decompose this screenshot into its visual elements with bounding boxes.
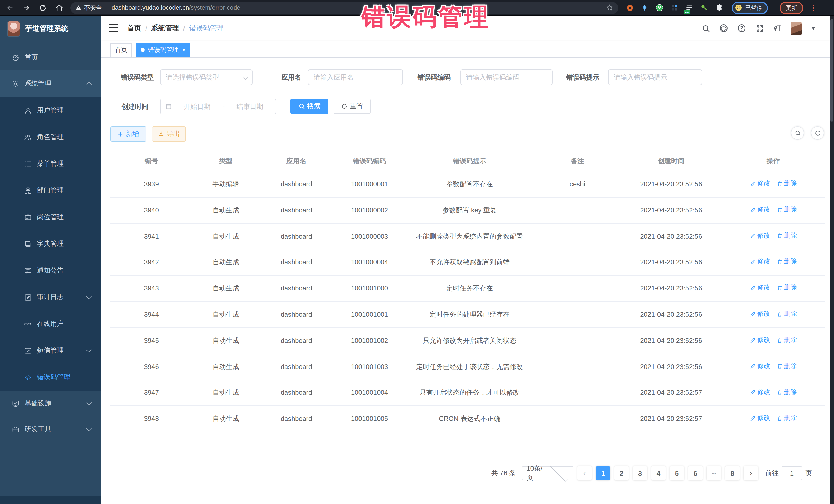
sidebar-item-infrastructure[interactable]: 基础设施 [0,391,101,416]
show-search-toggle-button[interactable] [791,126,804,139]
reset-button[interactable]: 重置 [334,98,371,114]
help-icon[interactable] [737,24,746,33]
close-icon[interactable]: × [182,47,186,53]
browser-reload-icon[interactable] [39,4,47,12]
address-bar[interactable]: 不安全 dashboard.yudao.iocoder.cn/system/er… [70,2,618,14]
filter-code-input[interactable] [460,69,553,85]
filter-msg-input[interactable] [608,69,702,85]
page-button-5[interactable]: 5 [670,466,684,480]
extension-orange-icon[interactable] [626,4,634,12]
date-range-picker[interactable]: 开始日期 - 结束日期 [160,98,276,114]
edit-link[interactable]: 修改 [750,257,770,267]
sidebar-item-notice-announcement[interactable]: 通知公告 [0,257,101,284]
sidebar-item-post-management[interactable]: 岗位管理 [0,204,101,231]
extension-grid-icon[interactable] [670,4,679,12]
table-row: 3947自动生成dashboard1001001004只有开启状态的任务，才可以… [110,380,825,406]
page-size-select[interactable]: 10条/页 [522,466,573,480]
browser-profile-chip[interactable]: 已暂停 [732,1,768,14]
row-type: 自动生成 [193,197,259,223]
browser-home-icon[interactable] [56,4,63,12]
sidebar-item-menu-management[interactable]: 菜单管理 [0,150,101,177]
logo-row[interactable]: 芋道管理系统 [0,16,101,42]
delete-link[interactable]: 删除 [776,283,797,293]
goto-page-input[interactable] [782,466,802,480]
breadcrumb-item[interactable]: 系统管理 [151,24,179,33]
export-button[interactable]: 导出 [152,126,186,141]
tab-首页[interactable]: 首页 [110,43,132,57]
edit-link[interactable]: 修改 [750,179,770,189]
page-button-2[interactable]: 2 [614,466,629,480]
sidebar-item-system-management[interactable]: 系统管理 [0,70,101,97]
sidebar-item-dept-management[interactable]: 部门管理 [0,177,101,204]
extension-key-icon[interactable] [700,4,708,12]
page-button-1[interactable]: 1 [596,466,610,480]
filter-type-select[interactable]: 请选择错误码类型 [160,69,253,85]
sidebar-item-dev-tools[interactable]: 研发工具 [0,416,101,442]
delete-link[interactable]: 删除 [776,413,797,423]
filter-type-label: 错误码类型 [120,69,154,85]
error-code-table: 编号类型应用名错误码编码错误码提示备注创建时间操作 3939手动编辑dashbo… [110,151,825,432]
page-button-3[interactable]: 3 [633,466,647,480]
add-button[interactable]: 新增 [110,126,146,141]
edit-link[interactable]: 修改 [750,309,770,319]
browser-forward-icon[interactable] [23,4,30,12]
sidebar-item-sms-management[interactable]: 短信管理 [0,337,101,364]
sidebar-item-user-management[interactable]: 用户管理 [0,97,101,124]
search-icon[interactable] [701,24,710,33]
delete-link[interactable]: 删除 [776,231,797,241]
chevron-down-icon[interactable] [811,27,815,29]
page-ellipsis[interactable]: ••• [707,466,721,480]
page-button-8[interactable]: 8 [725,466,740,480]
filter-app-input[interactable] [308,69,403,85]
extension-gem-icon[interactable] [640,4,649,12]
refresh-table-button[interactable] [811,126,824,139]
browser-scrollbar[interactable] [830,16,834,504]
delete-link[interactable]: 删除 [776,257,797,267]
delete-link[interactable]: 删除 [776,179,797,189]
edit-link[interactable]: 修改 [750,387,770,397]
sidebar-item-error-code-management[interactable]: 错误码管理 [0,364,101,391]
delete-link[interactable]: 删除 [776,205,797,215]
delete-link[interactable]: 删除 [776,387,797,397]
bookmark-star-icon[interactable] [606,4,613,12]
user-avatar[interactable] [791,21,802,35]
table-row: 3942自动生成dashboard1001000004不允许获取敏感配置到前端2… [110,249,825,276]
extensions-puzzle-icon[interactable] [715,4,723,12]
scrollbar-thumb[interactable] [830,19,833,122]
delete-link[interactable]: 删除 [776,309,797,319]
edit-link[interactable]: 修改 [750,205,770,215]
edit-link[interactable]: 修改 [750,413,770,423]
row-id: 3940 [110,197,193,223]
browser-menu-icon[interactable] [813,4,814,11]
edit-link[interactable]: 修改 [750,283,770,293]
tab-错误码管理[interactable]: 错误码管理× [136,43,191,57]
sidebar-item-audit-log[interactable]: 审计日志 [0,284,101,310]
next-page-button[interactable]: › [744,466,758,480]
prev-page-button[interactable]: ‹ [577,466,592,480]
page-button-4[interactable]: 4 [651,466,666,480]
delete-link[interactable]: 删除 [776,361,797,371]
fullscreen-icon[interactable] [755,24,764,33]
edit-link[interactable]: 修改 [750,231,770,241]
extension-switchy-icon[interactable]: on [685,4,694,12]
extension-vue-icon[interactable] [655,4,664,12]
browser-back-icon[interactable] [6,4,14,12]
column-header: 操作 [721,151,825,171]
tags-view-bar: 首页错误码管理× [101,41,830,58]
browser-update-button[interactable]: 更新 [780,1,803,14]
delete-link[interactable]: 删除 [776,335,797,345]
breadcrumb-item[interactable]: 首页 [127,24,141,33]
sidebar-item-online-users[interactable]: 在线用户 [0,310,101,337]
edit-link[interactable]: 修改 [750,335,770,345]
sidebar-item-dict-management[interactable]: 字典管理 [0,231,101,257]
search-button[interactable]: 搜索 [290,98,328,114]
font-size-icon[interactable] [773,24,782,33]
sidebar-item-home[interactable]: 首页 [0,45,101,70]
pagination: 共 76 条 10条/页 ‹ 123456•••8 › 前往 页 [491,466,812,480]
refresh-icon [814,130,821,136]
github-icon[interactable] [719,24,728,33]
page-button-6[interactable]: 6 [688,466,703,480]
edit-link[interactable]: 修改 [750,361,770,371]
sidebar-item-role-management[interactable]: 角色管理 [0,124,101,150]
hamburger-icon[interactable] [109,24,118,32]
